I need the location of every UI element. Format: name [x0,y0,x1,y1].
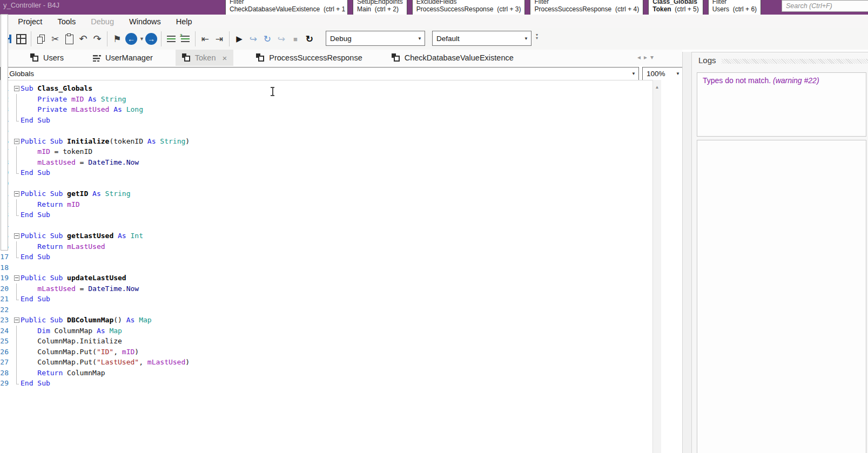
menu-item-debug[interactable]: Debug [83,17,122,26]
cut-button[interactable]: ✂ [48,31,62,46]
zoom-level-select[interactable]: 100% ▼ [642,67,683,80]
code-line-10[interactable]: 10 [0,178,652,189]
fold-guide [9,336,21,347]
code-line-6[interactable]: 6Public Sub Initialize(tokenID As String… [0,136,652,147]
code-line-16[interactable]: 16 Return mLastUsed [0,241,652,252]
search-input[interactable]: Search (Ctrl+F) [782,0,868,12]
menu-item-windows[interactable]: Windows [122,17,169,26]
quick-tab-processsuccessresponse[interactable]: ExcludeFieldsProcessSuccessResponse (ctr… [412,0,526,15]
step-out-button[interactable]: ↪ [274,31,288,46]
build-config-select[interactable]: Default ▼ [432,31,531,46]
quick-tab-main[interactable]: SetupEndpointsMain (ctrl + 2) [353,0,407,15]
code-line-18[interactable]: 18 [0,262,652,273]
comment-button[interactable] [164,31,178,46]
code-line-7[interactable]: 7 mID = tokenID [0,146,652,157]
navigate-back-button[interactable]: ← [124,31,138,46]
close-tab-icon[interactable]: × [223,53,227,63]
outdent-button[interactable]: ⇤ [198,31,212,46]
code-line-22[interactable]: 22 [0,305,652,315]
code-line-20[interactable]: 20 mLastUsed = DateTime.Now [0,283,652,294]
quick-tab-target: Users (ctrl + 6) [712,5,757,13]
export-button[interactable] [14,31,28,46]
tab-usermanager[interactable]: UserManager [86,50,159,66]
restart-icon: ↻ [306,33,313,45]
scrollbar-thumb[interactable] [1,14,8,251]
run-button[interactable]: ▶ [232,31,246,46]
code-line-21[interactable]: 21End Sub [0,294,652,305]
fold-guide [9,94,21,105]
menu-item-project[interactable]: Project [10,17,50,26]
scroll-up-arrow-icon[interactable]: ▲ [653,80,661,93]
indent-button[interactable]: ⇥ [212,31,226,46]
code-line-8[interactable]: 8 mLastUsed = DateTime.Now [0,157,652,168]
fold-collapse-icon[interactable] [9,188,21,199]
undo-button[interactable]: ↶ [76,31,90,46]
tab-scroll-left-button[interactable]: ◂ [637,53,641,61]
fold-collapse-icon[interactable] [9,136,21,147]
tab-list-dropdown[interactable]: ▾ [650,53,654,61]
tab-users[interactable]: Users [24,50,70,66]
code-text: mLastUsed = DateTime.Now [21,157,139,168]
code-line-29[interactable]: 29End Sub [0,378,652,389]
fold-collapse-icon[interactable] [9,83,21,94]
debug-mode-select[interactable]: Debug ▼ [326,31,425,46]
code-line-26[interactable]: 26 ColumnMap.Put("ID", mID) [0,347,652,357]
step-into-button[interactable]: ↪ [246,31,260,46]
code-line-2[interactable]: 2 Private mID As String [0,94,652,105]
fold-guide [9,199,21,210]
code-line-11[interactable]: 11Public Sub getID As String [0,188,652,199]
code-line-23[interactable]: 23Public Sub DBColumnMap() As Map [0,315,652,326]
code-text: mID = tokenID [21,146,92,157]
fold-collapse-icon[interactable] [9,231,21,241]
code-line-9[interactable]: 9End Sub [0,167,652,178]
code-line-4[interactable]: 4End Sub [0,115,652,126]
code-line-25[interactable]: 25 ColumnMap.Initialize [0,336,652,347]
code-line-17[interactable]: 17End Sub [0,252,652,262]
code-line-28[interactable]: 28 Return ColumnMap [0,368,652,378]
code-editor[interactable]: 1Sub Class_Globals2 Private mID As Strin… [0,80,652,453]
log-output-box [697,140,866,453]
menu-item-help[interactable]: Help [169,17,200,26]
quick-tab-token[interactable]: Class_GlobalsToken (ctrl + 5) [648,0,703,15]
quick-tab-users[interactable]: FilterUsers (ctrl + 6) [708,0,761,15]
code-line-5[interactable]: 5 [0,125,652,136]
code-line-15[interactable]: 15Public Sub getLastUsed As Int [0,231,652,241]
redo-button[interactable]: ↷ [90,31,104,46]
bookmark-button[interactable]: ⚑ [110,31,124,46]
fold-collapse-icon[interactable] [9,273,21,283]
back-history-dropdown[interactable]: ▼ [139,36,144,42]
fold-collapse-icon[interactable] [9,315,21,326]
editor-vertical-scrollbar[interactable]: ▲ [652,80,661,453]
quick-tab-processsuccessresponse[interactable]: FilterProcessSuccessResponse (ctrl + 4) [530,0,643,15]
tab-scroll-right-button[interactable]: ▸ [644,53,647,61]
fold-guide [9,378,21,389]
code-line-12[interactable]: 12 Return mID [0,199,652,210]
code-line-3[interactable]: 3 Private mLastUsed As Long [0,104,652,115]
uncomment-button[interactable] [178,31,192,46]
copy-button[interactable] [34,31,48,46]
tab-processsuccessresponse[interactable]: ProcessSuccessResponse [250,50,368,66]
code-line-13[interactable]: 13End Sub [0,209,652,220]
panel-drag-handle[interactable] [722,59,868,64]
logs-panel-splitter[interactable] [682,52,692,453]
paste-button[interactable] [62,31,76,46]
tab-checkdatabasevalueexistence[interactable]: CheckDatabaseValueExistence [385,50,520,66]
code-line-24[interactable]: 24 Dim ColumnMap As Map [0,326,652,336]
run-icon: ▶ [236,34,243,44]
step-over-button[interactable]: ↻ [260,31,274,46]
tab-token[interactable]: Token× [176,50,233,66]
code-line-14[interactable]: 14 [0,220,652,231]
code-line-19[interactable]: 19Public Sub updateLastUsed [0,273,652,283]
code-line-1[interactable]: 1Sub Class_Globals [0,83,652,94]
quick-tab-checkdatabasevalueexistence[interactable]: FilterCheckDatabaseValueExistence (ctrl … [225,0,348,15]
code-line-27[interactable]: 27 ColumnMap.Put("LastUsed", mLastUsed) [0,357,652,368]
stop-button[interactable]: ■ [288,31,302,46]
sub-selector[interactable]: s_Globals ▼ [0,67,639,80]
restart-button[interactable]: ↻ [302,31,317,46]
navigate-forward-button[interactable]: → [144,31,158,46]
fold-guide [9,357,21,368]
editor-right-margin [661,80,682,453]
menu-item-tools[interactable]: Tools [50,17,83,26]
toolbar-overflow-button[interactable]: ▾ ▾ [536,33,538,40]
line-number: 17 [0,252,9,262]
